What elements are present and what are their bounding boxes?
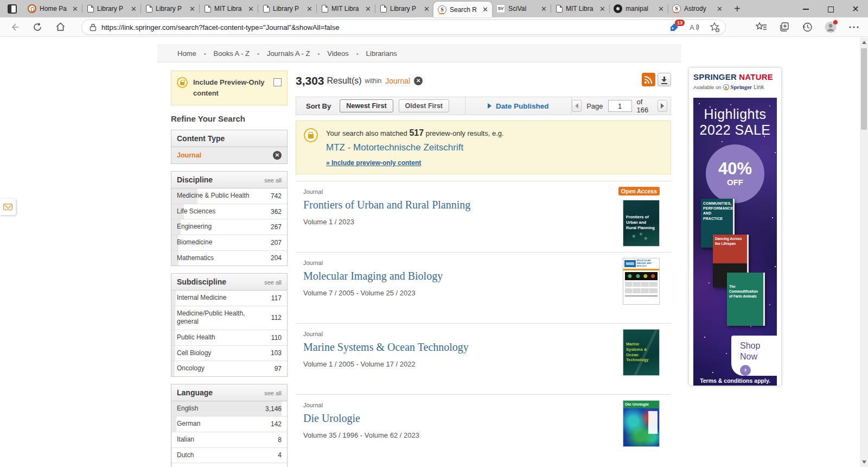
- tab-close-icon[interactable]: ✕: [715, 5, 724, 12]
- facet-row[interactable]: Italian8: [171, 432, 287, 448]
- facet-title: Subdiscipline: [177, 277, 226, 286]
- shopping-coupon-icon[interactable]: 13: [669, 22, 680, 33]
- oldest-first-button[interactable]: Oldest First: [399, 99, 449, 112]
- tab-close-icon[interactable]: ✕: [539, 5, 548, 12]
- page-number-input[interactable]: [608, 100, 632, 112]
- browser-tab[interactable]: manipal✕: [609, 0, 668, 17]
- facet-row[interactable]: Cell Biology103: [171, 346, 287, 362]
- notice-text: Your search also matched 517 preview-onl…: [326, 128, 504, 138]
- tab-close-icon[interactable]: ✕: [363, 5, 373, 12]
- journal-cover-thumbnail[interactable]: Die Urologie: [623, 400, 660, 447]
- new-tab-button[interactable]: +: [734, 3, 741, 15]
- settings-menu-icon[interactable]: [848, 26, 859, 29]
- browser-tab[interactable]: Library P✕: [141, 0, 199, 17]
- address-bar[interactable]: https://link.springer.com/search?facet-c…: [81, 20, 726, 35]
- content-type-value[interactable]: Journal: [177, 152, 201, 159]
- workspaces-icon[interactable]: [8, 4, 17, 14]
- springer-nature-ad[interactable]: SPRINGER NATURE Available on S Springer …: [689, 68, 781, 386]
- browser-tab[interactable]: MIT Libra✕: [199, 0, 258, 17]
- include-preview-only-checkbox[interactable]: [273, 78, 282, 86]
- facet-row[interactable]: Medicine/Public Health, general112: [171, 306, 287, 330]
- browser-tab[interactable]: MIT Libra✕: [551, 0, 609, 17]
- result-title-link[interactable]: Marine Systems & Ocean Technology: [303, 341, 671, 354]
- facet-row[interactable]: Biomedicine207: [171, 235, 287, 251]
- date-published-toggle[interactable]: Date Published: [465, 102, 571, 110]
- scroll-down-arrow[interactable]: [862, 460, 866, 464]
- result-title-link[interactable]: Die Urologie: [303, 412, 671, 425]
- facet-row[interactable]: English3,146: [171, 401, 287, 417]
- facet-row[interactable]: Internal Medicine117: [171, 291, 287, 306]
- url-text[interactable]: https://link.springer.com/search?facet-c…: [101, 23, 669, 31]
- journal-cover-thumbnail[interactable]: Frontiers of Urban and Rural Planning: [623, 200, 660, 247]
- tab-close-icon[interactable]: ✕: [656, 5, 666, 12]
- tab-close-icon[interactable]: ✕: [598, 5, 607, 12]
- browser-tab[interactable]: SAstrody✕: [668, 0, 726, 17]
- nav-separator-dot: •: [317, 51, 320, 57]
- read-aloud-icon[interactable]: A: [688, 22, 700, 32]
- browser-tab[interactable]: Library P✕: [82, 0, 141, 17]
- browser-tab[interactable]: MIT Libra✕: [316, 0, 375, 17]
- facet-row[interactable]: Medicine & Public Health742: [171, 188, 287, 204]
- active-filter-label[interactable]: Journal: [385, 77, 410, 85]
- include-preview-link[interactable]: » Include preview-only content: [326, 159, 504, 167]
- facet-row[interactable]: Life Sciences362: [171, 204, 287, 220]
- see-all-link[interactable]: see all: [264, 279, 282, 286]
- collections-icon[interactable]: [779, 22, 790, 33]
- nav-link-librarians[interactable]: Librarians: [366, 49, 397, 58]
- favorites-icon[interactable]: [755, 22, 767, 33]
- facet-row[interactable]: Public Health110: [171, 330, 287, 346]
- remove-filter-icon[interactable]: ✕: [273, 151, 282, 160]
- home-button[interactable]: [51, 20, 69, 35]
- feedback-envelope-button[interactable]: [0, 199, 16, 215]
- newest-first-button[interactable]: Newest First: [340, 99, 393, 112]
- window-restore-button[interactable]: [818, 5, 843, 13]
- result-title-link[interactable]: Molecular Imaging and Biology: [303, 270, 671, 282]
- see-all-link[interactable]: see all: [264, 177, 282, 184]
- facet-row[interactable]: German142: [171, 416, 287, 432]
- previous-page-button[interactable]: [572, 100, 582, 112]
- tab-close-icon[interactable]: ✕: [71, 5, 80, 12]
- facet-row[interactable]: French2: [171, 463, 287, 467]
- example-journal-link[interactable]: MTZ - Motortechnische Zeitschrift: [326, 142, 504, 153]
- back-button[interactable]: [5, 20, 24, 35]
- scroll-up-arrow[interactable]: [862, 41, 866, 44]
- facet-row[interactable]: Mathematics204: [171, 251, 287, 266]
- refresh-button[interactable]: [28, 20, 47, 35]
- facet-row[interactable]: Engineering267: [171, 219, 287, 235]
- nav-link-journals-a-z[interactable]: Journals A - Z: [267, 49, 310, 58]
- rss-feed-button[interactable]: [642, 73, 655, 86]
- facet-row[interactable]: Dutch4: [171, 448, 287, 464]
- window-close-button[interactable]: ✕: [843, 4, 868, 14]
- browser-tab[interactable]: SSearch R✕: [433, 2, 492, 17]
- tab-close-icon[interactable]: ✕: [481, 6, 490, 13]
- add-favorite-icon[interactable]: [709, 22, 720, 33]
- see-all-link[interactable]: see all: [264, 390, 282, 396]
- download-results-button[interactable]: [658, 73, 671, 86]
- tab-close-icon[interactable]: ✕: [422, 5, 431, 12]
- tab-close-icon[interactable]: ✕: [305, 5, 314, 12]
- nav-link-videos[interactable]: Videos: [327, 49, 349, 58]
- page-scrollbar[interactable]: [860, 37, 868, 467]
- browser-tab[interactable]: Library P✕: [258, 0, 316, 17]
- nav-link-books-a-z[interactable]: Books A - Z: [214, 49, 250, 58]
- journal-cover-thumbnail[interactable]: Marine Systems & Ocean Technology: [623, 329, 660, 376]
- nav-link-home[interactable]: Home: [177, 49, 196, 58]
- result-title-link[interactable]: Frontiers of Urban and Rural Planning: [303, 199, 671, 211]
- facet-row[interactable]: Oncology97: [171, 361, 287, 376]
- scrollbar-thumb[interactable]: [861, 48, 867, 130]
- shop-now-button[interactable]: ShopNow ›: [731, 336, 777, 376]
- facet-label: Engineering: [177, 223, 212, 231]
- window-minimize-button[interactable]: [793, 5, 818, 13]
- ad-banner[interactable]: Highlights 2022 SALE 40% OFF COMMUNITIES…: [693, 98, 777, 386]
- browser-tab[interactable]: SVSciVal✕: [492, 0, 551, 17]
- history-icon[interactable]: [802, 22, 813, 33]
- profile-avatar[interactable]: [825, 21, 837, 33]
- tab-close-icon[interactable]: ✕: [188, 5, 197, 12]
- tab-close-icon[interactable]: ✕: [246, 5, 256, 12]
- remove-filter-icon[interactable]: ✕: [414, 77, 423, 85]
- tab-close-icon[interactable]: ✕: [129, 5, 138, 12]
- journal-cover-thumbnail[interactable]: MIBMOLECULAR IMAGING AND BIOLOGY: [623, 258, 660, 305]
- next-page-button[interactable]: [658, 100, 667, 112]
- browser-tab[interactable]: Library P✕: [375, 0, 433, 17]
- browser-tab[interactable]: Home Pa✕: [23, 0, 82, 17]
